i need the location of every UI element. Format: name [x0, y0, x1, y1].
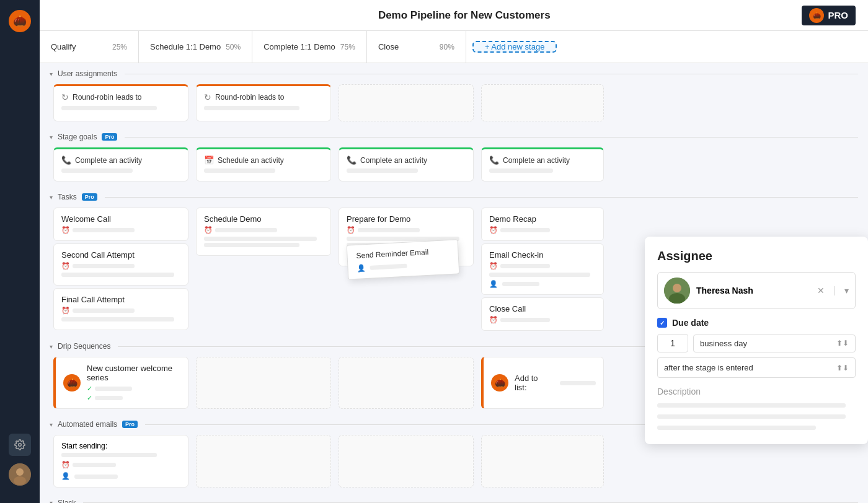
- user-assignment-card-2[interactable]: ↻ Round-robin leads to: [196, 84, 331, 121]
- user-avatar[interactable]: [9, 463, 31, 486]
- app-logo[interactable]: 🌰: [9, 10, 31, 32]
- section-divider: [125, 74, 858, 74]
- schedule-icon: 📅: [204, 155, 214, 165]
- clock-icon: ⏰: [204, 226, 213, 234]
- clock-icon: ⏰: [347, 226, 355, 234]
- tasks-col-2: Schedule Demo ⏰: [192, 205, 335, 258]
- task-title: Close Call: [489, 304, 596, 313]
- chevron-icon: ▾: [50, 343, 53, 350]
- add-list-label: Add to list:: [515, 374, 551, 392]
- task-card-email-checkin[interactable]: Email Check-in ⏰ 👤: [481, 243, 604, 295]
- stage-tab-complete[interactable]: Complete 1:1 Demo 75%: [252, 31, 367, 63]
- stage-tab-schedule[interactable]: Schedule 1:1 Demo 50%: [139, 31, 252, 63]
- section-label: User assignments: [58, 69, 117, 78]
- user-assignments-row: ↻ Round-robin leads to ↻ Round-robin lea…: [40, 82, 868, 124]
- section-label: Stage goals: [58, 133, 97, 141]
- pipeline-stages: Qualify 25% Schedule 1:1 Demo 50% Comple…: [40, 31, 868, 63]
- task-card-final-call[interactable]: Final Call Attempt ⏰: [53, 288, 188, 330]
- due-date-row: 1 business day ⬆⬇: [657, 334, 856, 352]
- select-arrow-icon: ⬆⬇: [836, 339, 849, 348]
- drip-empty-1: [196, 357, 331, 409]
- stage-label: Close: [378, 42, 399, 51]
- checkbox-icon[interactable]: ✓: [657, 318, 667, 328]
- add-stage-button[interactable]: + Add new stage: [472, 41, 557, 53]
- user-icon: 👤: [61, 472, 70, 479]
- phone-icon: 📞: [61, 155, 71, 165]
- section-user-assignments[interactable]: ▾ User assignments: [40, 63, 868, 82]
- task-title: Demo Recap: [489, 214, 596, 224]
- section-slack[interactable]: ▾ Slack: [40, 492, 868, 503]
- section-label: Automated emails: [58, 420, 117, 429]
- due-date-section: ✓ Due date 1 business day ⬆⬇ after the s…: [657, 318, 856, 378]
- pro-tag: Pro: [82, 193, 97, 201]
- section-tasks[interactable]: ▾ Tasks Pro: [40, 186, 868, 205]
- pro-badge: 🌰 PRO: [802, 6, 856, 25]
- automated-email-card[interactable]: Start sending: ⏰ 👤: [53, 435, 188, 487]
- user-icon: 👤: [356, 264, 366, 272]
- goal-label: Complete an activity: [75, 156, 142, 165]
- assignee-panel-title: Assignee: [657, 249, 856, 263]
- phone-icon: 📞: [347, 155, 356, 165]
- board-wrapper: ▾ User assignments ↻ Round-robin leads t…: [40, 63, 868, 503]
- task-card-welcome-call[interactable]: Welcome Call ⏰: [53, 208, 188, 241]
- settings-button[interactable]: [9, 434, 31, 456]
- section-label: Slack: [58, 499, 76, 503]
- drip-title: New customer welcome series: [87, 364, 180, 382]
- select-arrow-icon: ⬆⬇: [836, 364, 849, 372]
- description-label: Description: [657, 387, 856, 396]
- clock-icon: ⏰: [61, 262, 70, 270]
- svg-text:🌰: 🌰: [813, 12, 822, 20]
- user-icon: 👤: [489, 280, 498, 287]
- close-icon[interactable]: ✕: [817, 286, 825, 295]
- due-number[interactable]: 1: [657, 334, 688, 352]
- check-icon: ✓: [87, 394, 92, 402]
- email-empty-1: [196, 435, 331, 487]
- task-card-schedule-demo[interactable]: Schedule Demo ⏰: [196, 208, 331, 256]
- stage-tab-close[interactable]: Close 90%: [367, 31, 466, 63]
- chevron-down-icon[interactable]: ▾: [844, 286, 849, 295]
- goal-label: Complete an activity: [360, 156, 427, 165]
- stage-goal-card-2[interactable]: 📅 Schedule an activity: [196, 147, 331, 182]
- main-content: Demo Pipeline for New Customers 🌰 PRO Qu…: [40, 0, 868, 503]
- after-stage-select[interactable]: after the stage is entered ⬆⬇: [657, 357, 856, 378]
- acorn-icon: 🌰: [491, 374, 508, 391]
- description-lines: [657, 401, 856, 432]
- acorn-icon: 🌰: [63, 374, 81, 391]
- stage-goal-card-3[interactable]: 📞 Complete an activity: [339, 147, 474, 182]
- assignee-panel: Assignee Theresa Nash ✕ | ▾: [645, 237, 868, 444]
- chevron-icon: ▾: [50, 71, 53, 77]
- clock-icon: ⏰: [61, 461, 70, 469]
- assignee-avatar: [664, 278, 690, 304]
- drip-sequence-card-1[interactable]: 🌰 New customer welcome series ✓ ✓: [53, 357, 188, 409]
- due-after-label: after the stage is entered: [664, 363, 753, 372]
- business-day-select[interactable]: business day ⬆⬇: [693, 335, 856, 352]
- check-icon: ✓: [87, 385, 92, 393]
- section-stage-goals[interactable]: ▾ Stage goals Pro: [40, 126, 868, 145]
- tasks-col-3: Prepare for Demo ⏰ 👤: [335, 205, 477, 269]
- pro-tag: Pro: [102, 133, 117, 141]
- goal-label: Complete an activity: [503, 156, 570, 165]
- stage-goal-card-4[interactable]: 📞 Complete an activity: [481, 147, 604, 182]
- start-sending-label: Start sending:: [61, 442, 107, 450]
- page-title: Demo Pipeline for New Customers: [378, 9, 551, 22]
- user-assignment-card-1[interactable]: ↻ Round-robin leads to: [53, 84, 188, 121]
- task-title: Schedule Demo: [204, 214, 323, 224]
- chevron-icon: ▾: [50, 421, 53, 428]
- task-card-close-call[interactable]: Close Call ⏰: [481, 297, 604, 331]
- task-title: Final Call Attempt: [61, 295, 180, 304]
- top-bar: Demo Pipeline for New Customers 🌰 PRO: [40, 0, 868, 31]
- task-card-demo-recap[interactable]: Demo Recap ⏰: [481, 208, 604, 241]
- card-label: Round-robin leads to: [73, 93, 141, 102]
- task-title: Email Check-in: [489, 250, 596, 260]
- stage-label: Complete 1:1 Demo: [264, 42, 335, 51]
- task-card-second-call[interactable]: Second Call Attempt ⏰: [53, 243, 188, 286]
- board-content: ▾ User assignments ↻ Round-robin leads t…: [40, 63, 868, 503]
- stage-tab-qualify[interactable]: Qualify 25%: [40, 31, 139, 63]
- pro-label: PRO: [828, 10, 848, 20]
- stage-label: Schedule 1:1 Demo: [150, 42, 221, 51]
- clock-icon: ⏰: [61, 307, 70, 315]
- section-label: Tasks: [58, 193, 77, 201]
- add-to-list-card[interactable]: 🌰 Add to list:: [481, 357, 604, 409]
- stage-goal-card-1[interactable]: 📞 Complete an activity: [53, 147, 188, 182]
- stage-pct: 90%: [440, 43, 454, 51]
